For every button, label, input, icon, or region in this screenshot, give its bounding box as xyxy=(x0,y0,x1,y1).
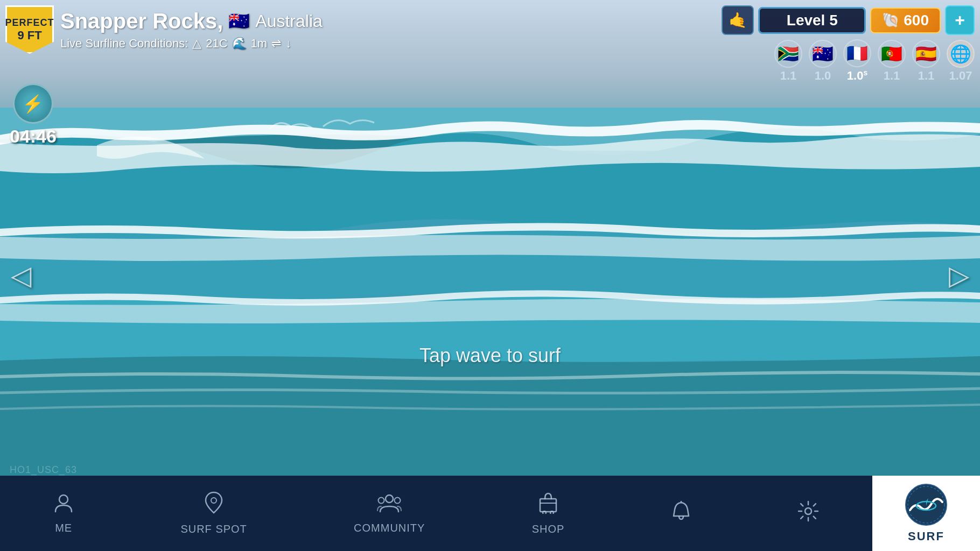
flag-pt: 🇵🇹 xyxy=(878,40,906,68)
svg-point-5 xyxy=(386,495,393,503)
flag-fr: 🇫🇷 xyxy=(843,39,871,67)
svg-point-6 xyxy=(379,498,384,504)
watermark: HO1_USC_63 xyxy=(10,464,77,476)
flag-item-za[interactable]: 🇿🇦 1.1 xyxy=(774,40,802,83)
score-pt: 1.1 xyxy=(884,69,900,83)
lightning-icon: ⚡ xyxy=(22,94,44,114)
community-icon xyxy=(377,492,402,518)
flag-item-au[interactable]: 🇦🇺 1.0 xyxy=(809,40,837,83)
svg-point-7 xyxy=(395,498,401,504)
flags-leaderboard: 🇿🇦 1.1 🇦🇺 1.0 🇫🇷 1.0s 🇵🇹 1.1 🇪🇸 1.1 🌐 1.… xyxy=(774,39,975,83)
add-currency-button[interactable]: + xyxy=(945,5,975,35)
surf-hand-button[interactable]: 🤙 xyxy=(722,5,754,35)
me-icon xyxy=(53,492,74,518)
score-fr: 1.0s xyxy=(847,68,867,83)
currency-display[interactable]: 🐚 600 xyxy=(870,8,941,33)
level-text: Level 5 xyxy=(787,12,838,29)
nav-item-notifications[interactable] xyxy=(661,495,702,533)
top-bar: 🤙 Level 5 🐚 600 + xyxy=(722,5,975,35)
flag-es: 🇪🇸 xyxy=(912,40,940,68)
score-es: 1.1 xyxy=(918,69,935,83)
currency-amount: 600 xyxy=(904,12,929,29)
shell-icon: 🐚 xyxy=(882,12,899,29)
timer-area: ⚡ 04:46 xyxy=(10,83,57,147)
quality-badge: PERFECT 9 FT xyxy=(5,5,54,54)
nav-item-community[interactable]: COMMUNITY xyxy=(343,487,436,540)
flag-item-fr[interactable]: 🇫🇷 1.0s xyxy=(843,39,871,83)
community-label: COMMUNITY xyxy=(354,522,425,534)
nav-item-shop[interactable]: SHOP xyxy=(521,486,576,541)
temperature: 21C xyxy=(206,37,227,51)
hand-icon: 🤙 xyxy=(729,11,747,29)
storm-button[interactable]: ⚡ xyxy=(13,83,53,124)
nav-item-settings[interactable] xyxy=(787,495,830,532)
flag-item-world[interactable]: 🌐 1.07 xyxy=(947,40,975,83)
shop-label: SHOP xyxy=(532,523,565,535)
add-icon: + xyxy=(955,10,965,30)
surf-spot-label: SURF SPOT xyxy=(180,523,247,535)
nav-item-surf-spot[interactable]: SURF SPOT xyxy=(170,486,257,541)
nav-arrow-left[interactable]: ◁ xyxy=(11,260,31,291)
svg-point-10 xyxy=(543,511,546,514)
top-left-info: PERFECT 9 FT Snapper Rocks, 🇦🇺 Australia… xyxy=(5,5,323,54)
temp-icon: △ xyxy=(192,37,201,51)
surf-spot-icon xyxy=(204,491,224,519)
svg-rect-8 xyxy=(540,499,556,512)
direction-arrow: ↓ xyxy=(285,37,291,51)
svg-point-12 xyxy=(805,508,811,514)
country-flag: 🇦🇺 xyxy=(228,11,250,31)
quality-text: PERFECT xyxy=(5,17,54,29)
settings-icon xyxy=(797,500,819,527)
location-info: Snapper Rocks, 🇦🇺 Australia Live Surflin… xyxy=(60,9,323,51)
flag-za: 🇿🇦 xyxy=(774,40,802,68)
bottom-navigation: ME SURF SPOT COMMUNITY xyxy=(0,476,872,551)
svg-point-11 xyxy=(550,511,554,514)
wind-icon: ⇌ xyxy=(271,37,281,51)
level-badge: Level 5 xyxy=(758,7,866,34)
nav-item-me[interactable]: ME xyxy=(43,487,85,540)
bell-icon xyxy=(671,500,691,527)
surf-logo xyxy=(905,483,948,526)
me-label: ME xyxy=(55,522,72,534)
wave-height: 1m xyxy=(251,37,268,51)
surf-button[interactable]: SURF xyxy=(872,476,980,551)
score-world: 1.07 xyxy=(949,69,972,83)
svg-point-4 xyxy=(211,498,216,503)
shop-icon xyxy=(538,491,558,519)
spot-name: Snapper Rocks, xyxy=(60,9,223,33)
flag-au: 🇦🇺 xyxy=(809,40,837,68)
flag-item-es[interactable]: 🇪🇸 1.1 xyxy=(912,40,940,83)
flag-item-pt[interactable]: 🇵🇹 1.1 xyxy=(878,40,906,83)
top-right-ui: 🤙 Level 5 🐚 600 + 🇿🇦 1.1 🇦🇺 1.0 🇫🇷 1.0s … xyxy=(722,5,975,83)
conditions-row: Live Surfline Conditions: △ 21C 🌊 1m ⇌ ↓ xyxy=(60,37,323,51)
conditions-label: Live Surfline Conditions: xyxy=(60,37,188,51)
timer-display: 04:46 xyxy=(10,126,57,147)
location-name-row: Snapper Rocks, 🇦🇺 Australia xyxy=(60,9,323,33)
score-au: 1.0 xyxy=(815,69,831,83)
height-text: 9 FT xyxy=(17,29,41,43)
svg-point-3 xyxy=(59,495,68,504)
flag-world: 🌐 xyxy=(947,40,975,68)
country-name: Australia xyxy=(255,11,323,31)
score-za: 1.1 xyxy=(780,69,797,83)
nav-arrow-right[interactable]: ▷ xyxy=(949,260,969,291)
surf-label: SURF xyxy=(908,529,944,543)
tap-instruction[interactable]: Tap wave to surf xyxy=(419,344,561,367)
wave-icon: 🌊 xyxy=(232,37,247,51)
